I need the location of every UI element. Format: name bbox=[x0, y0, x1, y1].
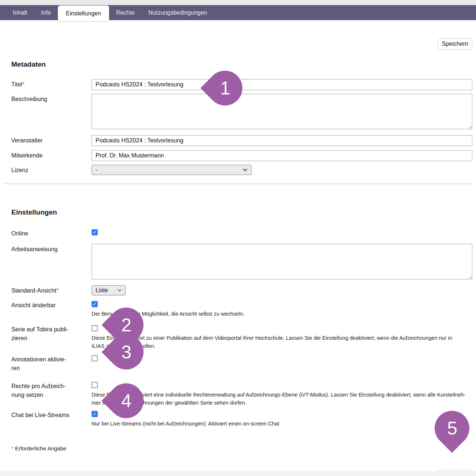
chevron-down-icon bbox=[118, 289, 122, 292]
footer-strip bbox=[0, 472, 476, 476]
chat-live-streams-label: Chat bei Live-Streams bbox=[11, 410, 92, 420]
required-asterisk: * bbox=[22, 81, 25, 88]
tab-nutzungsbedingungen[interactable]: Nutzungsbedingungen bbox=[142, 5, 214, 20]
titel-label: Titel* bbox=[11, 79, 92, 89]
required-note: * Erforderliche Angabe bbox=[11, 445, 472, 451]
tab-info[interactable]: Info bbox=[34, 5, 58, 20]
tab-einstellungen[interactable]: Einstellungen bbox=[58, 5, 109, 21]
tab-rechte[interactable]: Rechte bbox=[109, 5, 142, 20]
standard-ansicht-label: Standard-Ansicht* bbox=[11, 285, 92, 295]
required-asterisk: * bbox=[56, 287, 59, 294]
lizenz-select[interactable]: - bbox=[92, 165, 252, 175]
standard-ansicht-selected-value: Liste bbox=[96, 287, 108, 294]
rechte-pro-aufzeichnung-help: Diese Einstellung aktiviert eine individ… bbox=[92, 391, 469, 407]
main-content: Speichern Metadaten Titel* Beschreibung … bbox=[0, 38, 476, 476]
chat-live-streams-checkbox[interactable]: ✓ bbox=[92, 411, 98, 417]
checkmark-icon: ✓ bbox=[93, 302, 97, 306]
checkmark-icon: ✓ bbox=[93, 412, 97, 416]
top-strip bbox=[0, 0, 476, 5]
ansicht-aenderbar-label: Ansicht änderbar bbox=[11, 300, 92, 310]
settings-page: { "tabs": [ {"label": "Inhalt", "active"… bbox=[0, 0, 476, 476]
mitwirkende-label: Mitwirkende bbox=[11, 150, 92, 160]
annotationen-checkbox[interactable]: ✓ bbox=[92, 355, 98, 361]
titel-input[interactable] bbox=[92, 79, 472, 90]
standard-ansicht-select[interactable]: Liste bbox=[92, 285, 126, 295]
metadata-heading: Metadaten bbox=[11, 60, 472, 69]
online-checkbox[interactable]: ✓ bbox=[92, 229, 98, 235]
required-asterisk: * bbox=[11, 445, 14, 451]
settings-heading: Einstellungen bbox=[11, 208, 472, 217]
save-button-top[interactable]: Speichern bbox=[438, 38, 472, 49]
rechte-pro-aufzeichnung-checkbox[interactable]: ✓ bbox=[92, 382, 98, 388]
chevron-down-icon bbox=[243, 168, 248, 172]
ansicht-aenderbar-help: Der Benutzer hat die Möglichkeit, die An… bbox=[92, 310, 469, 318]
tobira-checkbox[interactable]: ✓ bbox=[92, 325, 98, 331]
lizenz-selected-value: - bbox=[96, 167, 97, 173]
tab-bar: Inhalt Info Einstellungen Rechte Nutzung… bbox=[0, 5, 476, 20]
checkmark-icon: ✓ bbox=[93, 230, 97, 235]
mitwirkende-input[interactable] bbox=[92, 150, 472, 161]
chat-live-streams-help: Nur bei Live-Streams (nicht bei Aufzeich… bbox=[92, 420, 469, 428]
tab-inhalt[interactable]: Inhalt bbox=[6, 5, 34, 20]
beschreibung-textarea[interactable] bbox=[92, 94, 472, 129]
ansicht-aenderbar-checkbox[interactable]: ✓ bbox=[92, 301, 98, 307]
tobira-label: Serie auf Tobira publi- zieren bbox=[11, 324, 92, 343]
annotationen-label: Annotationen aktivie- ren bbox=[11, 354, 92, 373]
beschreibung-label: Beschreibung bbox=[11, 94, 92, 104]
lizenz-label: Lizenz bbox=[11, 165, 92, 175]
section-divider bbox=[4, 183, 472, 184]
arbeitsanweisung-textarea[interactable] bbox=[92, 244, 472, 279]
veranstalter-input[interactable] bbox=[92, 135, 472, 146]
veranstalter-label: Veranstalter bbox=[11, 135, 92, 145]
tobira-help: Diese Einstellung führt zu einer Publika… bbox=[92, 334, 469, 350]
arbeitsanweisung-label: Arbeitsanweisung bbox=[11, 244, 92, 254]
rechte-pro-aufzeichnung-label: Rechte pro Aufzeich- nung setzen bbox=[11, 381, 92, 399]
online-label: Online bbox=[11, 228, 92, 238]
